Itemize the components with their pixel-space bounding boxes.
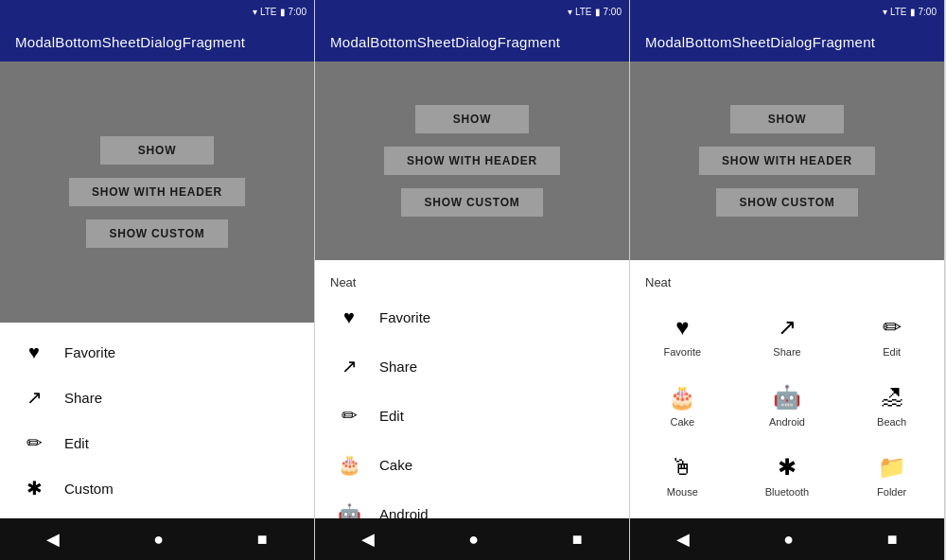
grid-mouse-label-3: Mouse xyxy=(667,486,698,498)
grid-item-mouse-3[interactable]: 🖱 Mouse xyxy=(630,441,735,511)
grid-item-cake-3[interactable]: 🎂 Cake xyxy=(630,371,735,441)
grid-item-folder-3[interactable]: 📁 Folder xyxy=(839,441,944,511)
home-button-1[interactable]: ● xyxy=(138,522,179,557)
sheet-item-android-2[interactable]: 🤖 Android xyxy=(315,489,629,518)
show-custom-button-1[interactable]: SHOW CUSTOM xyxy=(86,219,227,248)
show-with-header-button-2[interactable]: SHOW WITH HEADER xyxy=(384,147,560,175)
grid-item-bluetooth-3[interactable]: ✱ Bluetooth xyxy=(735,441,840,511)
grid-share-icon-3: ↗ xyxy=(778,314,797,341)
status-icons-2: ▾ LTE ▮ 7:00 xyxy=(568,7,622,17)
recent-button-1[interactable]: ■ xyxy=(242,522,283,557)
share-label-1: Share xyxy=(64,390,102,406)
grid-share-label-3: Share xyxy=(773,346,800,358)
grid-edit-icon-3: ✏ xyxy=(883,314,902,341)
back-button-3[interactable]: ◀ xyxy=(661,521,705,557)
grid-favorite-icon-3: ♥ xyxy=(675,314,689,341)
time-2: 7:00 xyxy=(604,7,622,17)
list-item-custom-1[interactable]: ✱ Custom xyxy=(0,465,314,511)
list-item-share-1[interactable]: ↗ Share xyxy=(0,375,314,420)
battery-icon-1: ▮ xyxy=(280,7,286,17)
sheet-panel-3: Neat ♥ Favorite ↗ Share ✏ Edit 🎂 Cake xyxy=(630,260,944,518)
nav-bar-3: ◀ ● ■ xyxy=(630,518,944,560)
lte-icon-3: LTE xyxy=(890,7,907,17)
cake-icon-2: 🎂 xyxy=(338,453,360,476)
show-with-header-button-3[interactable]: SHOW WITH HEADER xyxy=(699,147,875,175)
phone-panel-1: ▾ LTE ▮ 7:00 ModalBottomSheetDialogFragm… xyxy=(0,0,315,560)
grid-android-label-3: Android xyxy=(769,416,805,428)
grid-edit-label-3: Edit xyxy=(883,346,901,358)
grid-item-beach-3[interactable]: 🏖 Beach xyxy=(839,371,944,441)
favorite-label-2: Favorite xyxy=(379,309,430,325)
edit-label-1: Edit xyxy=(64,435,89,451)
sheet-grid-3: ♥ Favorite ↗ Share ✏ Edit 🎂 Cake 🤖 A xyxy=(630,293,944,518)
status-icons-1: ▾ LTE ▮ 7:00 xyxy=(253,7,307,17)
lte-icon-2: LTE xyxy=(575,7,592,17)
grid-item-share-3[interactable]: ↗ Share xyxy=(735,301,840,371)
show-button-3[interactable]: SHOW xyxy=(730,105,844,133)
sheet-bg-2: SHOW SHOW WITH HEADER SHOW CUSTOM xyxy=(315,61,629,260)
sheet-label-2: Neat xyxy=(315,268,629,293)
time-1: 7:00 xyxy=(289,7,307,17)
sheet-item-favorite-2[interactable]: ♥ Favorite xyxy=(315,293,629,341)
edit-icon-2: ✏ xyxy=(338,404,360,427)
android-label-2: Android xyxy=(379,506,429,519)
list-item-edit-1[interactable]: ✏ Edit xyxy=(0,420,314,465)
bottom-sheet-container-2: SHOW SHOW WITH HEADER SHOW CUSTOM Neat ♥… xyxy=(315,61,629,518)
show-with-header-button-1[interactable]: SHOW WITH HEADER xyxy=(69,178,245,206)
show-custom-button-3[interactable]: SHOW CUSTOM xyxy=(716,188,857,217)
grid-folder-icon-3: 📁 xyxy=(878,454,906,481)
cake-label-2: Cake xyxy=(379,457,412,473)
back-button-1[interactable]: ◀ xyxy=(31,521,75,557)
bottom-list-1: ♥ Favorite ↗ Share ✏ Edit ✱ Custom xyxy=(0,323,314,518)
share-icon-1: ↗ xyxy=(23,386,45,409)
bottom-sheet-container-3: SHOW SHOW WITH HEADER SHOW CUSTOM Neat ♥… xyxy=(630,61,944,518)
app-bar-3: ModalBottomSheetDialogFragment xyxy=(630,23,944,61)
grid-cake-label-3: Cake xyxy=(670,416,694,428)
app-title-1: ModalBottomSheetDialogFragment xyxy=(15,34,245,50)
main-area-1: SHOW SHOW WITH HEADER SHOW CUSTOM xyxy=(0,61,314,323)
grid-favorite-label-3: Favorite xyxy=(663,346,701,358)
sheet-bg-3: SHOW SHOW WITH HEADER SHOW CUSTOM xyxy=(630,61,944,260)
show-custom-button-2[interactable]: SHOW CUSTOM xyxy=(401,188,542,217)
app-bar-2: ModalBottomSheetDialogFragment xyxy=(315,23,629,61)
show-button-1[interactable]: SHOW xyxy=(100,136,214,165)
grid-item-money-3[interactable]: $ Money xyxy=(735,511,840,518)
status-bar-3: ▾ LTE ▮ 7:00 xyxy=(630,0,944,23)
favorite-label-1: Favorite xyxy=(64,344,115,360)
android-icon-2: 🤖 xyxy=(338,502,360,518)
recent-button-2[interactable]: ■ xyxy=(557,522,598,557)
phone-panel-2: ▾ LTE ▮ 7:00 ModalBottomSheetDialogFragm… xyxy=(315,0,630,560)
signal-icon-3: ▾ xyxy=(883,7,887,17)
grid-mouse-icon-3: 🖱 xyxy=(671,454,693,481)
show-button-2[interactable]: SHOW xyxy=(415,105,529,133)
grid-item-android-3[interactable]: 🤖 Android xyxy=(735,371,840,441)
custom-icon-1: ✱ xyxy=(23,477,45,499)
favorite-icon-1: ♥ xyxy=(23,341,45,363)
list-item-favorite-1[interactable]: ♥ Favorite xyxy=(0,330,314,375)
lte-icon-1: LTE xyxy=(260,7,277,17)
sheet-item-cake-2[interactable]: 🎂 Cake xyxy=(315,440,629,489)
edit-icon-1: ✏ xyxy=(23,431,45,454)
sheet-item-edit-2[interactable]: ✏ Edit xyxy=(315,391,629,440)
app-title-3: ModalBottomSheetDialogFragment xyxy=(645,34,875,50)
sheet-panel-2: Neat ♥ Favorite ↗ Share ✏ Edit 🎂 Cake 🤖 … xyxy=(315,260,629,518)
custom-label-1: Custom xyxy=(64,481,114,497)
grid-bluetooth-label-3: Bluetooth xyxy=(765,486,809,498)
sheet-label-3: Neat xyxy=(630,268,944,293)
status-bar-2: ▾ LTE ▮ 7:00 xyxy=(315,0,629,23)
recent-button-3[interactable]: ■ xyxy=(872,522,913,557)
grid-item-favorite-3[interactable]: ♥ Favorite xyxy=(630,301,735,371)
home-button-3[interactable]: ● xyxy=(768,522,809,557)
grid-bluetooth-icon-3: ✱ xyxy=(778,454,797,481)
grid-item-run-3[interactable]: 🏃 Run xyxy=(839,511,944,518)
grid-item-edit-3[interactable]: ✏ Edit xyxy=(839,301,944,371)
grid-item-attach-3[interactable]: 📎 Attach xyxy=(630,511,735,518)
battery-icon-2: ▮ xyxy=(595,7,601,17)
back-button-2[interactable]: ◀ xyxy=(346,521,390,557)
favorite-icon-2: ♥ xyxy=(338,306,360,328)
sheet-item-share-2[interactable]: ↗ Share xyxy=(315,341,629,391)
signal-icon-2: ▾ xyxy=(568,7,572,17)
grid-cake-icon-3: 🎂 xyxy=(668,384,696,411)
share-label-2: Share xyxy=(379,359,417,375)
home-button-2[interactable]: ● xyxy=(453,522,494,557)
